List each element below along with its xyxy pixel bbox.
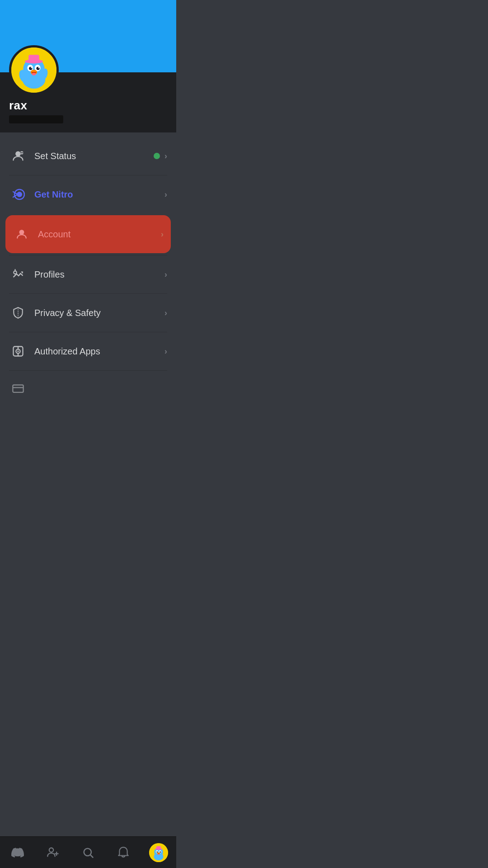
sidebar-item-set-status[interactable]: Set Status › <box>0 137 176 175</box>
sidebar-item-profiles[interactable]: Profiles › <box>0 255 176 293</box>
settings-list: Set Status › Get Nitro › <box>0 132 176 413</box>
authorized-apps-icon <box>9 342 27 360</box>
main-content: rax Set Status › <box>0 0 176 449</box>
profile-section: rax <box>0 72 176 132</box>
svg-point-12 <box>32 73 36 75</box>
account-icon <box>13 225 31 243</box>
shield-icon <box>9 304 27 322</box>
profiles-icon <box>9 265 27 283</box>
account-label: Account <box>38 229 161 240</box>
privacy-safety-label: Privacy & Safety <box>34 308 164 318</box>
sidebar-item-connections[interactable] <box>0 371 176 409</box>
svg-point-9 <box>31 67 32 68</box>
discriminator-bar <box>9 115 63 123</box>
sidebar-item-authorized-apps[interactable]: Authorized Apps › <box>0 332 176 370</box>
chevron-icon: › <box>164 190 167 199</box>
avatar[interactable] <box>9 45 59 95</box>
username: rax <box>9 99 167 113</box>
nitro-icon <box>9 185 27 203</box>
chevron-icon: › <box>161 230 164 239</box>
sidebar-item-privacy-safety[interactable]: Privacy & Safety › <box>0 294 176 332</box>
status-dot <box>154 153 160 159</box>
svg-point-20 <box>19 230 24 235</box>
status-icon <box>9 147 27 165</box>
svg-rect-4 <box>28 55 39 62</box>
profiles-label: Profiles <box>34 269 164 280</box>
authorized-apps-label: Authorized Apps <box>34 346 164 357</box>
svg-point-25 <box>17 350 19 352</box>
chevron-icon: › <box>164 151 167 161</box>
svg-rect-28 <box>13 385 23 392</box>
set-status-label: Set Status <box>34 151 154 161</box>
connections-icon <box>9 381 27 399</box>
svg-point-15 <box>15 151 21 157</box>
sidebar-item-get-nitro[interactable]: Get Nitro › <box>0 175 176 213</box>
chevron-icon: › <box>164 308 167 318</box>
get-nitro-label: Get Nitro <box>34 189 164 200</box>
chevron-icon: › <box>164 270 167 279</box>
chevron-icon: › <box>164 347 167 356</box>
sidebar-item-account[interactable]: Account › <box>5 215 171 253</box>
svg-point-10 <box>38 67 40 68</box>
